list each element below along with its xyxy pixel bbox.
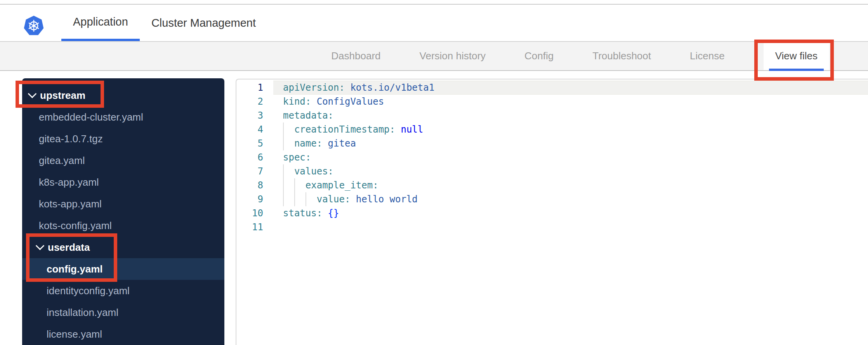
indent-guide-line bbox=[283, 122, 284, 136]
line-number: 7 bbox=[236, 164, 273, 178]
token-key: example_item: bbox=[306, 180, 378, 191]
token-val: ConfigValues bbox=[317, 96, 384, 107]
line-number: 3 bbox=[236, 109, 273, 122]
indent-guide-line bbox=[294, 192, 295, 206]
editor-line-9[interactable]: 9 value: hello world bbox=[236, 192, 868, 206]
indent-guide-line bbox=[283, 136, 284, 150]
chevron-down-icon bbox=[36, 242, 45, 250]
editor-lines: 1apiVersion: kots.io/v1beta12kind: Confi… bbox=[236, 81, 868, 234]
editor-line-6[interactable]: 6spec: bbox=[236, 150, 868, 164]
indent-guide-line bbox=[306, 192, 306, 206]
token-plain bbox=[283, 194, 317, 205]
editor-line-1[interactable]: 1apiVersion: kots.io/v1beta1 bbox=[236, 81, 868, 95]
token-plain bbox=[311, 96, 316, 107]
tab-version-history[interactable]: Version history bbox=[420, 50, 486, 62]
tree-file-license-yaml[interactable]: license.yaml bbox=[22, 323, 224, 345]
chevron-down-icon bbox=[28, 90, 37, 98]
line-number: 11 bbox=[236, 220, 273, 234]
tab-troubleshoot[interactable]: Troubleshoot bbox=[592, 50, 651, 62]
line-content: name: gitea bbox=[273, 136, 868, 150]
tree-item-label: embedded-cluster.yaml bbox=[39, 111, 143, 123]
line-content: spec: bbox=[273, 150, 868, 164]
line-number: 9 bbox=[236, 192, 273, 206]
tree-item-label: kots-app.yaml bbox=[39, 198, 102, 210]
tree-file-identityconfig-yaml[interactable]: identityconfig.yaml bbox=[22, 280, 224, 302]
line-number: 10 bbox=[236, 206, 273, 220]
token-br: {} bbox=[328, 208, 339, 219]
active-tab-underline bbox=[769, 69, 824, 71]
line-content: example_item: bbox=[273, 178, 868, 192]
token-plain bbox=[350, 194, 356, 205]
tab-view-files[interactable]: View files bbox=[764, 42, 829, 70]
tree-item-label: identityconfig.yaml bbox=[47, 285, 130, 297]
token-plain bbox=[283, 166, 294, 177]
editor-line-8[interactable]: 8 example_item: bbox=[236, 178, 868, 192]
tree-file-kots-app-yaml[interactable]: kots-app.yaml bbox=[22, 193, 224, 215]
token-val: gitea bbox=[328, 138, 356, 149]
token-plain bbox=[283, 138, 294, 149]
kubernetes-logo-icon bbox=[23, 15, 44, 36]
editor-line-11[interactable]: 11 bbox=[236, 220, 868, 234]
tree-item-label: config.yaml bbox=[47, 263, 102, 275]
app-header: Application Cluster Management bbox=[0, 5, 868, 41]
yaml-editor[interactable]: 1apiVersion: kots.io/v1beta12kind: Confi… bbox=[236, 79, 868, 345]
token-key: name: bbox=[294, 138, 322, 149]
tree-file-gitea-1-0-7-tgz[interactable]: gitea-1.0.7.tgz bbox=[22, 128, 224, 150]
tree-folder-upstream[interactable]: upstream bbox=[22, 85, 224, 106]
line-content: creationTimestamp: null bbox=[273, 122, 868, 136]
line-number: 6 bbox=[236, 150, 273, 164]
token-key: creationTimestamp: bbox=[294, 124, 395, 135]
line-number: 8 bbox=[236, 178, 273, 192]
tree-item-label: installation.yaml bbox=[47, 307, 118, 319]
tab-dashboard[interactable]: Dashboard bbox=[331, 50, 380, 62]
tree-item-label: kots-config.yaml bbox=[39, 220, 112, 232]
editor-line-2[interactable]: 2kind: ConfigValues bbox=[236, 95, 868, 109]
editor-line-5[interactable]: 5 name: gitea bbox=[236, 136, 868, 150]
editor-line-4[interactable]: 4 creationTimestamp: null bbox=[236, 122, 868, 136]
tree-item-label: upstream bbox=[40, 90, 85, 102]
token-plain bbox=[345, 82, 350, 93]
line-content bbox=[273, 220, 868, 234]
line-content: apiVersion: kots.io/v1beta1 bbox=[273, 81, 868, 95]
tab-config[interactable]: Config bbox=[524, 50, 554, 62]
indent-guide-line bbox=[294, 178, 295, 192]
line-content: metadata: bbox=[273, 109, 868, 122]
line-content: value: hello world bbox=[273, 192, 868, 206]
tree-file-embedded-cluster-yaml[interactable]: embedded-cluster.yaml bbox=[22, 106, 224, 128]
tab-license[interactable]: License bbox=[690, 50, 725, 62]
editor-line-7[interactable]: 7 values: bbox=[236, 164, 868, 178]
tree-file-installation-yaml[interactable]: installation.yaml bbox=[22, 302, 224, 323]
token-plain bbox=[283, 124, 294, 135]
tree-item-label: gitea-1.0.7.tgz bbox=[39, 133, 103, 145]
tree-file-gitea-yaml[interactable]: gitea.yaml bbox=[22, 150, 224, 171]
tree-folder-userdata[interactable]: userdata bbox=[22, 236, 224, 258]
tab-view-files-label: View files bbox=[775, 50, 818, 62]
token-val: kots.io/v1beta1 bbox=[350, 82, 434, 93]
token-plain bbox=[395, 124, 401, 135]
token-plain bbox=[322, 138, 328, 149]
tab-application[interactable]: Application bbox=[61, 5, 140, 41]
indent-guide-line bbox=[283, 178, 284, 192]
tree-item-label: license.yaml bbox=[47, 328, 102, 340]
editor-line-10[interactable]: 10status: {} bbox=[236, 206, 868, 220]
tab-cluster-management[interactable]: Cluster Management bbox=[140, 5, 267, 41]
kubernetes-logo-svg bbox=[23, 15, 44, 36]
tree-item-label: userdata bbox=[48, 242, 90, 254]
token-val: hello world bbox=[356, 194, 418, 205]
token-key: value: bbox=[317, 194, 351, 205]
token-key: apiVersion: bbox=[283, 82, 345, 93]
editor-line-3[interactable]: 3metadata: bbox=[236, 109, 868, 122]
header-tabs: Application Cluster Management bbox=[61, 5, 267, 41]
tree-file-config-yaml[interactable]: config.yaml bbox=[22, 258, 224, 280]
tree-item-label: k8s-app.yaml bbox=[39, 176, 99, 188]
app-nav: Dashboard Version history Config Trouble… bbox=[0, 42, 868, 71]
line-number: 4 bbox=[236, 122, 273, 136]
line-number: 1 bbox=[236, 81, 273, 95]
tree-file-k8s-app-yaml[interactable]: k8s-app.yaml bbox=[22, 171, 224, 193]
line-content: status: {} bbox=[273, 206, 868, 220]
token-key: status: bbox=[283, 208, 322, 219]
file-tree: upstreamembedded-cluster.yamlgitea-1.0.7… bbox=[22, 78, 224, 345]
tree-file-kots-config-yaml[interactable]: kots-config.yaml bbox=[22, 215, 224, 236]
token-key: metadata: bbox=[283, 110, 333, 121]
indent-guide-line bbox=[283, 164, 284, 178]
